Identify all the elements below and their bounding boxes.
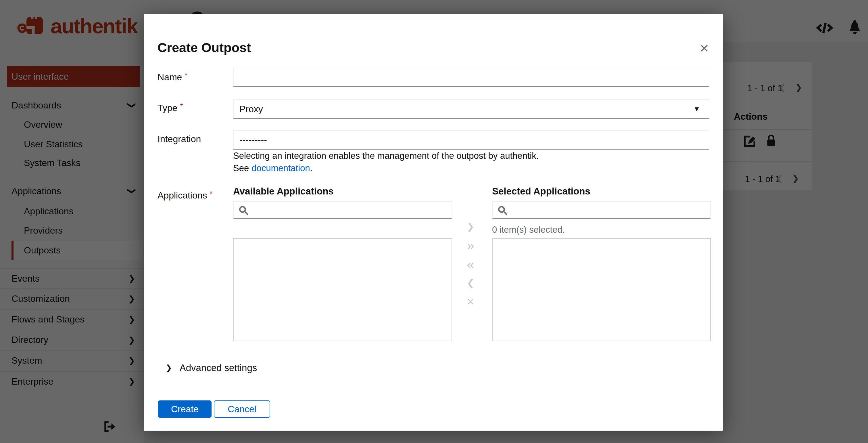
- selected-applications-title: Selected Applications: [492, 186, 590, 197]
- required-marker: *: [185, 71, 187, 80]
- search-icon: [497, 205, 508, 217]
- integration-help-docs: Seedocumentation.: [233, 163, 312, 174]
- modal-title: Create Outpost: [157, 40, 251, 55]
- integration-select-value: ---------: [240, 135, 267, 145]
- move-right-button[interactable]: ❯: [461, 219, 480, 234]
- type-select[interactable]: Proxy ▼: [233, 99, 709, 119]
- name-label: Name*: [157, 72, 187, 83]
- documentation-link[interactable]: documentation: [251, 163, 310, 173]
- move-all-left-button[interactable]: «: [461, 257, 480, 271]
- caret-down-icon: ▼: [693, 105, 700, 113]
- integration-label: Integration: [157, 134, 201, 144]
- available-search: [233, 201, 452, 219]
- move-all-right-button[interactable]: »: [461, 238, 480, 253]
- selected-search-input[interactable]: [511, 202, 709, 218]
- modal-close-button[interactable]: ✕: [696, 40, 712, 56]
- create-button[interactable]: Create: [158, 401, 212, 418]
- selected-search: [492, 201, 711, 219]
- chevron-right-icon: ❯: [165, 363, 172, 373]
- applications-label: Applications*: [157, 190, 213, 201]
- integration-help-text: Selecting an integration enables the man…: [233, 151, 538, 161]
- available-applications-title: Available Applications: [233, 186, 334, 197]
- available-listbox[interactable]: [233, 238, 452, 341]
- move-left-button[interactable]: ❮: [461, 276, 480, 290]
- integration-select[interactable]: ---------: [233, 130, 709, 150]
- selected-listbox[interactable]: [492, 238, 711, 341]
- close-icon: ✕: [699, 42, 709, 55]
- advanced-settings-label: Advanced settings: [180, 362, 257, 374]
- selected-count: 0 item(s) selected.: [492, 225, 565, 235]
- create-outpost-modal: Create Outpost ✕ Name* Type* Proxy ▼ Int…: [144, 14, 723, 431]
- cancel-button[interactable]: Cancel: [214, 401, 270, 418]
- type-select-value: Proxy: [240, 104, 263, 115]
- type-label: Type*: [157, 103, 183, 113]
- name-input[interactable]: [233, 68, 709, 87]
- clear-selection-button[interactable]: ✕: [461, 295, 480, 309]
- required-marker: *: [180, 102, 183, 111]
- search-icon: [238, 205, 249, 217]
- required-marker: *: [210, 189, 213, 198]
- advanced-settings-toggle[interactable]: ❯ Advanced settings: [165, 362, 257, 374]
- available-search-input[interactable]: [252, 202, 450, 218]
